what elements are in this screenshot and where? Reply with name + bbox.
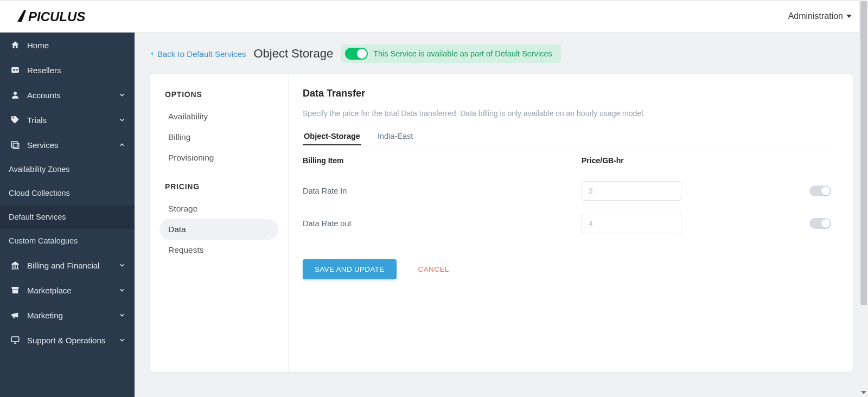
svg-point-6 — [12, 117, 14, 118]
svg-text:PICULUS: PICULUS — [28, 9, 85, 24]
sidebar: Home Resellers Accounts Trials — [0, 33, 135, 397]
back-link[interactable]: Back to Default Services — [150, 49, 246, 59]
svg-rect-4 — [16, 71, 18, 71]
option-storage[interactable]: Storage — [159, 198, 278, 219]
sidebar-item-marketing[interactable]: Marketing — [0, 303, 135, 328]
back-link-label: Back to Default Services — [157, 49, 246, 59]
sidebar-item-services[interactable]: Services — [0, 132, 135, 157]
sidebar-item-label: Billing and Financial — [27, 261, 99, 270]
options-heading: OPTIONS — [165, 90, 278, 99]
service-status-text: This Service is available as part of Def… — [373, 49, 552, 58]
col-header-price: Price/GB-hr — [582, 151, 690, 175]
caret-down-icon — [846, 15, 852, 18]
service-status-pill: This Service is available as part of Def… — [341, 44, 561, 63]
col-header-item: Billing Item — [303, 151, 484, 175]
sidebar-item-label: Accounts — [27, 91, 61, 100]
sidebar-item-label: Support & Operations — [27, 336, 105, 345]
sidebar-subitem-custom-catalogues[interactable]: Custom Catalogues — [0, 229, 135, 253]
svg-rect-10 — [15, 265, 16, 268]
sidebar-item-label: Trials — [27, 116, 47, 125]
page-header: Back to Default Services Object Storage … — [135, 33, 868, 71]
location-tabs: Object-Storage India-East — [303, 127, 831, 145]
sidebar-item-accounts[interactable]: Accounts — [0, 82, 135, 107]
svg-rect-9 — [12, 265, 14, 268]
scroll-down-arrow-icon[interactable] — [861, 391, 866, 394]
admin-label: Administration — [788, 11, 843, 21]
sidebar-item-label: Services — [27, 140, 59, 150]
svg-rect-12 — [11, 268, 19, 270]
scrollbar-thumb[interactable] — [860, 1, 867, 305]
user-icon — [9, 90, 22, 100]
svg-rect-7 — [11, 142, 17, 148]
home-icon — [9, 40, 22, 50]
pricing-grid: Billing Item Price/GB-hr Data Rate In Da… — [303, 151, 831, 240]
sidebar-item-label: Marketplace — [27, 286, 72, 295]
sidebar-item-label: Marketing — [27, 311, 63, 320]
monitor-icon — [9, 335, 22, 345]
svg-rect-1 — [11, 67, 19, 73]
chevron-down-icon — [118, 336, 126, 344]
sidebar-subitem-default-services[interactable]: Default Services — [0, 205, 135, 229]
layers-icon — [9, 140, 22, 150]
topbar: PICULUS Administration — [0, 0, 868, 33]
chevron-down-icon — [118, 261, 126, 269]
pricing-heading: PRICING — [165, 182, 278, 191]
toggle-data-out[interactable] — [809, 218, 831, 229]
svg-rect-3 — [16, 69, 18, 70]
section-description: Specify the price for the total Data tra… — [303, 109, 831, 118]
content-panel: Data Transfer Specify the price for the … — [289, 74, 853, 372]
price-input-data-in[interactable] — [582, 181, 681, 201]
store-icon — [9, 285, 22, 295]
row-label-data-out: Data Rate out — [303, 207, 484, 240]
sidebar-item-trials[interactable]: Trials — [0, 107, 135, 132]
page-title: Object Storage — [253, 47, 333, 61]
chevron-left-icon — [150, 50, 155, 57]
cancel-button[interactable]: CANCEL — [418, 265, 449, 273]
option-billing[interactable]: Billing — [159, 127, 278, 148]
toggle-data-in[interactable] — [809, 185, 831, 196]
admin-menu[interactable]: Administration — [788, 11, 852, 21]
tag-icon — [9, 115, 22, 125]
svg-rect-14 — [11, 337, 19, 342]
chevron-down-icon — [118, 116, 126, 124]
content-card: OPTIONS Availability Billing Provisionin… — [150, 74, 853, 372]
tab-object-storage[interactable]: Object-Storage — [303, 127, 361, 145]
service-enable-toggle[interactable] — [345, 48, 368, 60]
sidebar-item-support-operations[interactable]: Support & Operations — [0, 328, 135, 353]
svg-rect-8 — [13, 143, 19, 149]
option-requests[interactable]: Requests — [159, 240, 278, 260]
tab-india-east[interactable]: India-East — [376, 127, 414, 145]
sidebar-subitem-availability-zones[interactable]: Availability Zones — [0, 157, 135, 181]
bank-icon — [9, 260, 22, 270]
scrollbar[interactable] — [859, 0, 868, 397]
brand-logo: PICULUS — [16, 8, 114, 24]
chevron-down-icon — [118, 286, 126, 294]
section-title: Data Transfer — [303, 88, 831, 99]
form-actions: SAVE AND UPDATE CANCEL — [303, 259, 831, 279]
sidebar-item-billing-financial[interactable]: Billing and Financial — [0, 253, 135, 278]
svg-point-5 — [14, 92, 17, 95]
sidebar-item-label: Resellers — [27, 66, 61, 75]
svg-point-2 — [13, 69, 15, 71]
option-provisioning[interactable]: Provisioning — [159, 148, 278, 168]
megaphone-icon — [9, 310, 22, 320]
sidebar-item-marketplace[interactable]: Marketplace — [0, 278, 135, 303]
svg-rect-11 — [17, 265, 18, 268]
main-area: Back to Default Services Object Storage … — [135, 33, 868, 397]
save-button[interactable]: SAVE AND UPDATE — [303, 259, 397, 279]
option-availability[interactable]: Availability — [159, 106, 278, 127]
sidebar-item-label: Home — [27, 41, 49, 50]
badge-icon — [9, 65, 22, 75]
option-data[interactable]: Data — [159, 219, 278, 240]
row-label-data-in: Data Rate In — [303, 175, 484, 207]
sidebar-item-resellers[interactable]: Resellers — [0, 57, 135, 82]
price-input-data-out[interactable] — [582, 214, 681, 233]
sidebar-item-home[interactable]: Home — [0, 33, 135, 57]
chevron-up-icon — [118, 141, 126, 149]
options-panel: OPTIONS Availability Billing Provisionin… — [150, 74, 289, 372]
chevron-down-icon — [118, 91, 126, 99]
sidebar-subitem-cloud-collections[interactable]: Cloud Collections — [0, 181, 135, 205]
chevron-down-icon — [118, 311, 126, 319]
svg-rect-13 — [12, 290, 18, 293]
